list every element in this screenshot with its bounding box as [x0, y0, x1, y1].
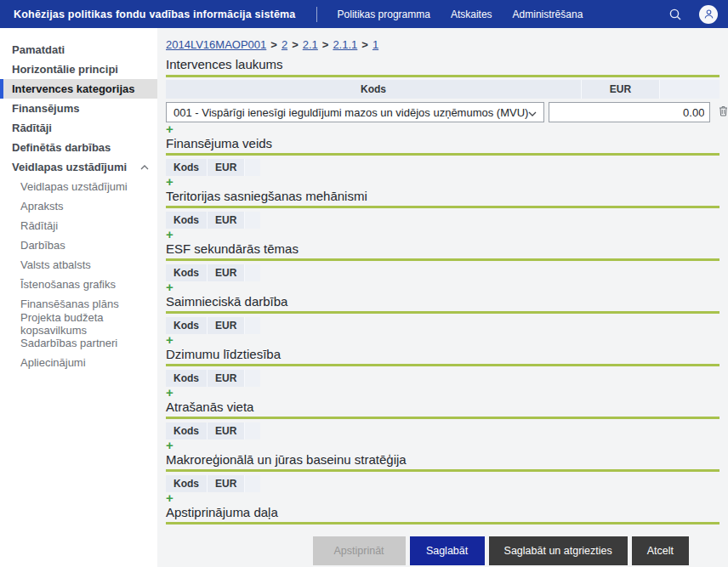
empty-table-header: Kods EUR: [166, 475, 260, 492]
sidebar-item-definetas-darbibas[interactable]: Definētās darbības: [0, 138, 157, 157]
add-row-icon[interactable]: +: [166, 230, 178, 240]
main-content: 2014LV16MAOP001>2>2.1>2.1.1>1 Intervence…: [157, 28, 728, 567]
breadcrumb-link-2[interactable]: 2: [282, 38, 287, 51]
empty-table-header: Kods EUR: [166, 212, 260, 229]
sidebar-subitem-istenosanas-grafiks[interactable]: Īstenošanas grafiks: [0, 275, 157, 294]
column-header-eur: EUR: [208, 317, 245, 334]
sidebar-item-horizontalie-principi[interactable]: Horizontālie principi: [0, 60, 157, 79]
section-apstiprinajuma-dala: Apstiprinājuma daļa: [166, 503, 719, 524]
empty-table-header: Kods EUR: [166, 317, 260, 334]
section-dzimumu-lidztiesiba: Dzimumu līdztiesība Kods EUR +: [166, 345, 719, 398]
section-finansejuma-veids: Finansējuma veids Kods EUR +: [166, 134, 719, 187]
saglabat-un-atgriezties-button[interactable]: Saglabāt un atgriezties: [489, 536, 628, 565]
sidebar-subitem-raditaji[interactable]: Rādītāji: [0, 216, 157, 235]
column-header-eur: EUR: [208, 370, 245, 387]
column-header-actions: [245, 264, 260, 281]
section-title: Finansējuma veids: [166, 137, 719, 150]
add-row-icon[interactable]: +: [166, 388, 178, 398]
table-header: Kods EUR: [166, 80, 719, 99]
section-title: Atrašanās vieta: [166, 400, 719, 414]
empty-table-header: Kods EUR: [166, 422, 260, 439]
column-header-eur: EUR: [582, 80, 660, 99]
chevron-up-icon: [140, 165, 149, 170]
column-header-eur: EUR: [208, 422, 245, 439]
add-row-icon[interactable]: +: [166, 493, 178, 503]
nav-item-atskaites[interactable]: Atskaites: [451, 9, 492, 20]
sidebar: Pamatdati Horizontālie principi Interven…: [0, 28, 157, 567]
column-header-kods: Kods: [166, 422, 208, 439]
sidebar-subitem-apliecinajumi[interactable]: Apliecinājumi: [0, 353, 157, 372]
empty-table-header: Kods EUR: [166, 159, 260, 176]
footer-actions: Apstiprināt Saglabāt Saglabāt un atgriez…: [166, 536, 719, 565]
column-header-actions: [245, 370, 260, 387]
column-header-kods: Kods: [166, 370, 208, 387]
navbar-divider: [316, 7, 317, 22]
saglabat-button[interactable]: Saglabāt: [410, 536, 485, 565]
sidebar-subitem-darbibas[interactable]: Darbības: [0, 235, 157, 255]
column-header-actions: [245, 422, 260, 439]
nav-item-politikas-programma[interactable]: Politikas programma: [338, 9, 430, 20]
app-window: Kohēzijas politikas fondu vadības inform…: [0, 0, 728, 567]
section-title: Makroreģionālā un jūras baseinu stratēģi…: [166, 453, 719, 467]
column-header-eur: EUR: [208, 212, 245, 229]
column-header-eur: EUR: [208, 264, 245, 281]
sidebar-subitem-valsts-atbalsts[interactable]: Valsts atbalsts: [0, 255, 157, 275]
column-header-eur: EUR: [208, 475, 245, 492]
section-title: Teritorijas sasniegšanas mehānismi: [166, 190, 719, 203]
section-title: Apstiprinājuma daļa: [166, 506, 719, 519]
sidebar-item-veidlapas-uzstadijumi[interactable]: Veidlapas uzstādījumi: [0, 157, 157, 177]
trash-icon[interactable]: [719, 105, 728, 120]
column-header-actions: [660, 80, 719, 99]
column-header-actions: [245, 212, 260, 229]
empty-table-header: Kods EUR: [166, 370, 260, 387]
column-header-kods: Kods: [166, 475, 208, 492]
column-header-actions: [245, 475, 260, 492]
add-row-icon[interactable]: +: [166, 124, 178, 134]
add-row-icon[interactable]: +: [166, 440, 178, 451]
add-row-icon[interactable]: +: [166, 335, 178, 345]
sidebar-item-raditaji[interactable]: Rādītāji: [0, 118, 157, 138]
navbar-right: [665, 4, 718, 25]
sidebar-item-pamatdati[interactable]: Pamatdati: [0, 40, 157, 60]
search-icon[interactable]: [665, 4, 685, 25]
section-atrasanas-vieta: Atrašanās vieta Kods EUR +: [166, 398, 719, 451]
column-header-kods: Kods: [166, 159, 208, 176]
column-header-kods: Kods: [166, 212, 208, 229]
sidebar-item-intervences-kategorijas[interactable]: Intervences kategorijas: [0, 79, 157, 99]
section-title: ESF sekundārās tēmas: [166, 242, 719, 256]
column-header-kods: Kods: [166, 80, 582, 99]
app-title: Kohēzijas politikas fondu vadības inform…: [14, 9, 296, 20]
empty-table-header: Kods EUR: [166, 264, 260, 281]
add-row-icon[interactable]: +: [166, 282, 178, 292]
section-divider: [166, 522, 719, 524]
atcelt-button[interactable]: Atcelt: [632, 536, 689, 565]
section-divider: [166, 75, 719, 77]
column-header-eur: EUR: [208, 159, 245, 176]
section-makroregionala-strategija: Makroreģionālā un jūras baseinu stratēģi…: [166, 451, 719, 503]
nav-item-administresana[interactable]: Administrēšana: [513, 9, 583, 20]
breadcrumb-link-program[interactable]: 2014LV16MAOP001: [166, 38, 266, 51]
main-nav: Politikas programma Atskaites Administrē…: [338, 9, 583, 20]
kods-select[interactable]: 001 - Vispārīgi ienesīgi ieguldījumi maz…: [166, 102, 544, 122]
section-title: Intervences laukums: [166, 57, 719, 72]
user-avatar[interactable]: [699, 5, 718, 24]
table-row: 001 - Vispārīgi ienesīgi ieguldījumi maz…: [166, 102, 719, 122]
section-saimnieciska-darbiba: Saimnieciskā darbība Kods EUR +: [166, 292, 719, 345]
apstiprinat-button[interactable]: Apstiprināt: [313, 536, 406, 565]
sidebar-subitem-veidlapas-uzstadijumi[interactable]: Veidlapas uzstādījumi: [0, 177, 157, 196]
breadcrumb-link-2-1[interactable]: 2.1: [303, 38, 318, 51]
breadcrumb: 2014LV16MAOP001>2>2.1>2.1.1>1: [166, 38, 719, 52]
section-intervences-laukums: Intervences laukums Kods EUR 001 - Vispā…: [166, 52, 719, 134]
add-row-icon[interactable]: +: [166, 177, 178, 187]
sidebar-subitem-apraksts[interactable]: Apraksts: [0, 196, 157, 216]
eur-input[interactable]: [549, 102, 710, 122]
column-header-actions: [245, 159, 260, 176]
section-title: Dzimumu līdztiesība: [166, 348, 719, 361]
sidebar-subitem-projekta-budzeta-kopsavilkums[interactable]: Projekta budžeta kopsavilkums: [0, 314, 157, 333]
sidebar-item-finansejums[interactable]: Finansējums: [0, 99, 157, 118]
section-title: Saimnieciskā darbība: [166, 295, 719, 309]
chevron-down-icon: [528, 106, 537, 119]
section-teritorijas-sasniegsanas-mehanismi: Teritorijas sasniegšanas mehānismi Kods …: [166, 187, 719, 240]
breadcrumb-link-2-1-1[interactable]: 2.1.1: [333, 38, 357, 51]
breadcrumb-link-1[interactable]: 1: [373, 38, 378, 51]
